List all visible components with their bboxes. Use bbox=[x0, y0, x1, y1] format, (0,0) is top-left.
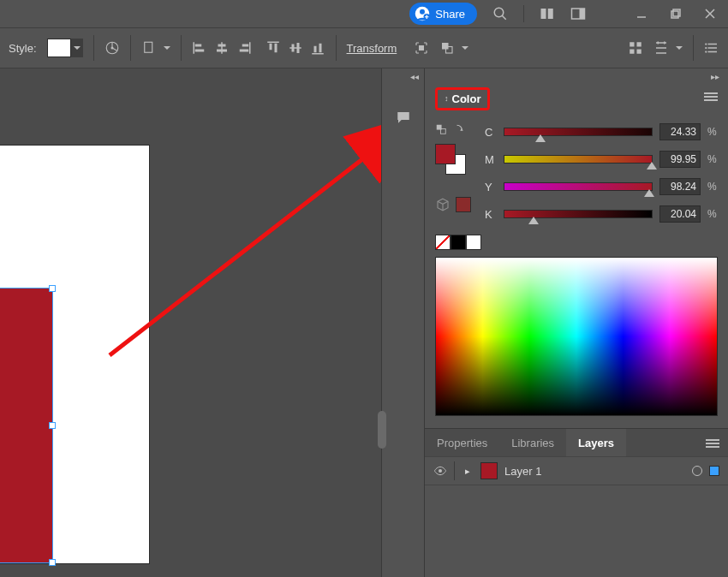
workspace-switcher-icon[interactable] bbox=[570, 6, 586, 21]
share-button[interactable]: Share bbox=[409, 3, 477, 25]
separator bbox=[523, 5, 524, 22]
slider-thumb-y[interactable] bbox=[644, 189, 654, 197]
align-top-icon[interactable] bbox=[266, 40, 281, 56]
channel-value-y[interactable] bbox=[659, 178, 701, 195]
arrange-group[interactable] bbox=[439, 40, 468, 56]
isolate-object-icon[interactable] bbox=[414, 40, 429, 56]
svg-rect-21 bbox=[291, 45, 294, 52]
slider-row-c: C % bbox=[485, 123, 718, 140]
align-vertical-group bbox=[266, 40, 325, 56]
swap-fills-icon[interactable] bbox=[435, 123, 447, 135]
window-close-button[interactable] bbox=[701, 6, 719, 21]
svg-rect-20 bbox=[274, 44, 277, 53]
align-to-icon[interactable] bbox=[628, 40, 643, 56]
channel-label-k: K bbox=[485, 208, 497, 221]
window-minimize-button[interactable] bbox=[632, 6, 651, 21]
svg-rect-32 bbox=[658, 42, 659, 45]
expand-dock-icon[interactable]: ◂◂ bbox=[410, 72, 419, 81]
svg-rect-30 bbox=[630, 50, 634, 54]
slider-row-y: Y % bbox=[485, 178, 718, 195]
list-settings-icon[interactable] bbox=[704, 40, 719, 56]
slider-thumb-k[interactable] bbox=[528, 217, 539, 224]
window-maximize-button[interactable] bbox=[666, 6, 685, 21]
svg-rect-18 bbox=[239, 50, 248, 52]
svg-rect-4 bbox=[541, 9, 546, 19]
separator bbox=[130, 35, 131, 61]
arrange-windows-icon[interactable] bbox=[540, 6, 555, 21]
comments-panel-icon[interactable] bbox=[394, 110, 413, 125]
svg-rect-8 bbox=[671, 11, 678, 18]
search-icon[interactable] bbox=[492, 6, 508, 21]
distribute-icon bbox=[653, 40, 669, 56]
color-panel-menu-icon[interactable] bbox=[704, 91, 718, 103]
distribute-group[interactable] bbox=[653, 40, 683, 56]
tab-properties[interactable]: Properties bbox=[425, 429, 499, 456]
layer-selection-color[interactable] bbox=[709, 466, 719, 476]
channel-value-k[interactable] bbox=[659, 205, 701, 223]
svg-point-34 bbox=[705, 43, 707, 45]
swatch-none[interactable] bbox=[435, 235, 451, 250]
svg-rect-14 bbox=[194, 50, 204, 52]
align-left-icon[interactable] bbox=[192, 40, 207, 56]
out-of-gamut-icon[interactable] bbox=[435, 197, 451, 212]
slider-track-c[interactable] bbox=[504, 128, 653, 136]
layer-disclosure-icon[interactable]: ▸ bbox=[462, 466, 474, 477]
canvas-area[interactable] bbox=[0, 68, 381, 577]
layer-target-icon[interactable] bbox=[692, 466, 702, 476]
share-label: Share bbox=[435, 8, 465, 21]
color-panel: ↕ Color bbox=[425, 79, 728, 428]
transform-link[interactable]: Transform bbox=[347, 42, 397, 55]
svg-rect-16 bbox=[217, 50, 227, 52]
channel-label-m: M bbox=[485, 153, 497, 166]
slider-track-y[interactable] bbox=[504, 182, 653, 191]
style-dropdown-icon[interactable] bbox=[71, 39, 83, 57]
align-vcenter-icon[interactable] bbox=[288, 40, 303, 56]
chevron-down-icon bbox=[676, 45, 683, 51]
tab-libraries[interactable]: Libraries bbox=[499, 429, 566, 456]
svg-rect-9 bbox=[673, 9, 680, 16]
layer-row[interactable]: ▸ Layer 1 bbox=[425, 456, 728, 485]
channel-value-m[interactable] bbox=[659, 151, 701, 168]
panel-resize-handle[interactable] bbox=[378, 411, 386, 449]
recolor-artwork-icon[interactable] bbox=[104, 40, 120, 56]
tab-layers[interactable]: Layers bbox=[566, 429, 626, 456]
svg-point-1 bbox=[420, 9, 425, 15]
channel-value-c[interactable] bbox=[659, 123, 701, 140]
svg-point-11 bbox=[110, 47, 113, 50]
visibility-icon[interactable] bbox=[433, 464, 447, 478]
layer-name[interactable]: Layer 1 bbox=[504, 465, 685, 478]
fill-stroke-swatches[interactable] bbox=[435, 144, 466, 175]
slider-track-m[interactable] bbox=[504, 155, 653, 164]
selection-handle-tr[interactable] bbox=[49, 285, 56, 292]
selection-handle-mr[interactable] bbox=[49, 422, 56, 429]
svg-point-40 bbox=[439, 469, 442, 473]
color-panel-tab[interactable]: ↕ Color bbox=[435, 87, 490, 110]
align-right-icon[interactable] bbox=[236, 40, 252, 56]
slider-track-k[interactable] bbox=[504, 210, 653, 218]
selection-handle-br[interactable] bbox=[49, 559, 56, 566]
align-hcenter-icon[interactable] bbox=[214, 40, 230, 56]
pct-label: % bbox=[707, 153, 718, 165]
align-horizontal-group bbox=[192, 40, 252, 56]
style-swatch bbox=[47, 39, 71, 57]
swap-arrow-icon[interactable] bbox=[454, 123, 466, 135]
chevron-down-icon bbox=[462, 45, 468, 51]
color-spectrum[interactable] bbox=[435, 257, 718, 416]
expand-panels-icon[interactable]: ▸▸ bbox=[711, 72, 719, 81]
selected-rectangle[interactable] bbox=[0, 288, 52, 562]
svg-rect-23 bbox=[313, 46, 316, 53]
quick-swatches bbox=[435, 235, 718, 250]
color-panel-tabbar: ↕ Color bbox=[435, 86, 718, 111]
swatch-white[interactable] bbox=[466, 235, 481, 250]
align-bottom-icon[interactable] bbox=[310, 40, 325, 56]
bottom-panel-menu-icon[interactable] bbox=[706, 437, 719, 449]
swatch-black[interactable] bbox=[451, 235, 466, 250]
slider-thumb-c[interactable] bbox=[535, 134, 546, 142]
gamut-swatch[interactable] bbox=[456, 197, 471, 212]
fill-swatch[interactable] bbox=[435, 144, 456, 164]
graphic-style-picker[interactable] bbox=[47, 39, 83, 57]
svg-rect-28 bbox=[630, 42, 634, 46]
document-setup-group[interactable] bbox=[141, 40, 170, 56]
svg-rect-26 bbox=[442, 43, 449, 50]
slider-thumb-m[interactable] bbox=[647, 162, 657, 170]
